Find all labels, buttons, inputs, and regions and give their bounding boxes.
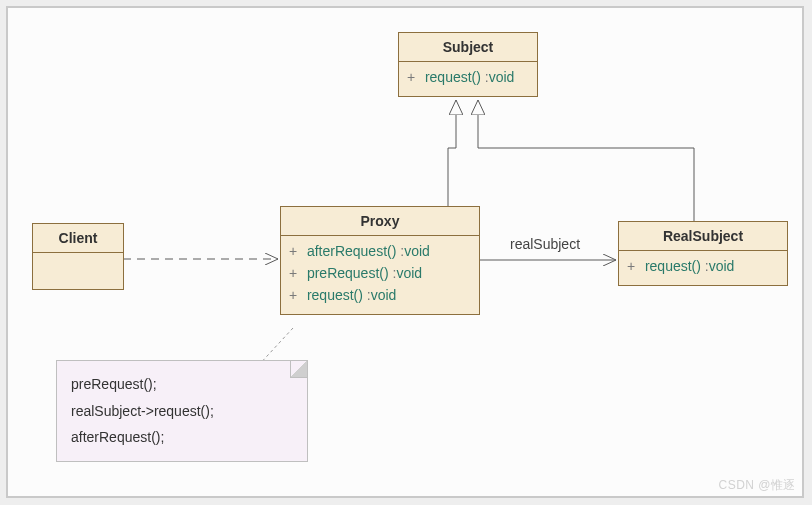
watermark: CSDN @惟逐: [718, 477, 796, 494]
visibility: +: [407, 69, 421, 85]
visibility: +: [289, 265, 303, 281]
return-type: void: [396, 265, 422, 281]
class-methods: + request() :void: [619, 251, 787, 285]
signature: request(): [425, 69, 481, 85]
method-row: + preRequest() :void: [289, 262, 471, 284]
return-type: void: [371, 287, 397, 303]
note-line: afterRequest();: [71, 424, 293, 451]
diagram-canvas: Proxy (dependency) --> Subject + request…: [6, 6, 804, 498]
class-realsubject: RealSubject + request() :void: [618, 221, 788, 286]
class-proxy: Proxy + afterRequest() :void + preReques…: [280, 206, 480, 315]
method-row: + request() :void: [407, 66, 529, 88]
class-methods: + afterRequest() :void + preRequest() :v…: [281, 236, 479, 314]
return-type: void: [404, 243, 430, 259]
note-fold-icon: [290, 361, 307, 378]
class-title: Proxy: [281, 207, 479, 236]
association-label-realsubject: realSubject: [510, 236, 580, 252]
method-row: + request() :void: [627, 255, 779, 277]
signature: afterRequest(): [307, 243, 396, 259]
visibility: +: [627, 258, 641, 274]
class-subject: Subject + request() :void: [398, 32, 538, 97]
class-methods: [33, 253, 123, 289]
note-line: preRequest();: [71, 371, 293, 398]
method-row: + request() :void: [289, 284, 471, 306]
class-title: Client: [33, 224, 123, 253]
signature: request(): [307, 287, 363, 303]
class-client: Client: [32, 223, 124, 290]
visibility: +: [289, 287, 303, 303]
note-line: realSubject->request();: [71, 398, 293, 425]
signature: request(): [645, 258, 701, 274]
signature: preRequest(): [307, 265, 389, 281]
visibility: +: [289, 243, 303, 259]
return-type: void: [489, 69, 515, 85]
return-type: void: [709, 258, 735, 274]
class-methods: + request() :void: [399, 62, 537, 96]
method-row: + afterRequest() :void: [289, 240, 471, 262]
class-title: RealSubject: [619, 222, 787, 251]
note: preRequest(); realSubject->request(); af…: [56, 360, 308, 462]
class-title: Subject: [399, 33, 537, 62]
